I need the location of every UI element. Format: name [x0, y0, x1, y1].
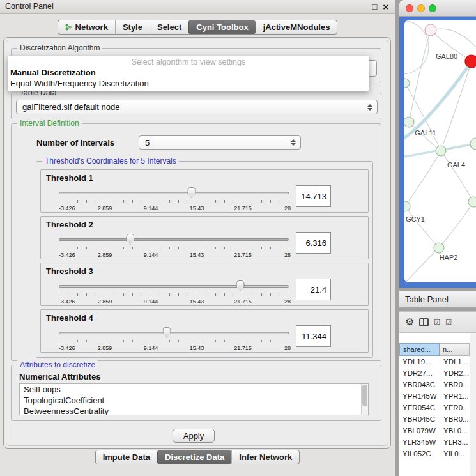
- slider-ticks: [59, 293, 289, 298]
- tab-discretize-data[interactable]: Discretize Data: [157, 450, 231, 464]
- num-intervals-label: Number of Intervals: [36, 138, 114, 148]
- threshold-label: Threshold 2: [46, 220, 93, 229]
- tab-style[interactable]: Style: [115, 20, 150, 34]
- threshold-blocks: Threshold 1-3.4262.8599.14415.4321.71528…: [40, 169, 369, 356]
- network-node[interactable]: [468, 197, 476, 207]
- select-all-icon[interactable]: ☑: [434, 319, 440, 326]
- group-title: Threshold's Coordinates for 5 Intervals: [42, 157, 179, 165]
- network-node[interactable]: [404, 79, 410, 88]
- threshold-slider[interactable]: [59, 328, 289, 339]
- table-cell: YPR145W: [399, 392, 440, 400]
- algorithm-option[interactable]: Equal Width/Frequency Discretization: [8, 78, 369, 89]
- screen: Control Panel □ × NetworkStyleSelectCyni…: [0, 0, 476, 476]
- slider-scale-labels: -3.4262.8599.14415.4321.71528: [59, 252, 289, 259]
- select-all-icon[interactable]: ☑: [445, 319, 452, 326]
- attribute-list-item[interactable]: TopologicalCoefficient: [20, 395, 368, 406]
- combobox-stepper-icon[interactable]: [367, 100, 373, 114]
- table-row[interactable]: YDR27...YDR2...: [399, 367, 470, 379]
- tab-infer-network[interactable]: Infer Network: [231, 450, 299, 464]
- slider-track[interactable]: [59, 285, 289, 288]
- slider-scale-labels: -3.4262.8599.14415.4321.71528: [59, 298, 289, 305]
- close-icon[interactable]: ×: [383, 1, 388, 13]
- network-node[interactable]: [404, 201, 410, 211]
- slider-thumb[interactable]: [163, 327, 171, 338]
- column-header[interactable]: shared...: [399, 343, 440, 356]
- group-title: Interval Definition: [17, 119, 82, 128]
- network-node-label: GAL80: [436, 52, 457, 60]
- float-window-icon[interactable]: □: [372, 1, 377, 13]
- spinner-stepper-icon[interactable]: [291, 136, 296, 149]
- threshold-slider[interactable]: [59, 281, 289, 293]
- table-data-combobox[interactable]: galFiltered.sif default node: [16, 100, 378, 114]
- network-view-window: GAL80GAL11GAL4GCY1HAP2: [399, 0, 476, 288]
- network-node[interactable]: [425, 24, 436, 36]
- slider-track[interactable]: [59, 192, 289, 194]
- table-cell: YBR0...: [440, 415, 470, 423]
- table-scrollbar[interactable]: [470, 333, 476, 476]
- scrollbar-thumb[interactable]: [362, 385, 367, 406]
- table-row[interactable]: YDL19...YDL1...: [399, 356, 470, 367]
- attribute-list-item[interactable]: SelfLoops: [20, 384, 368, 395]
- num-intervals-spinner[interactable]: 5: [139, 135, 301, 150]
- table-cell: YIL052C: [399, 450, 440, 457]
- minimize-traffic-light-icon[interactable]: [417, 4, 425, 12]
- tab-impute-data[interactable]: Impute Data: [96, 450, 157, 464]
- slider-thumb[interactable]: [187, 187, 196, 198]
- table-row[interactable]: YIL052CYIL0...: [399, 448, 470, 459]
- network-canvas[interactable]: GAL80GAL11GAL4GCY1HAP2: [404, 20, 476, 282]
- table-row[interactable]: YER054CYER0...: [399, 402, 470, 413]
- slider-track[interactable]: [59, 238, 289, 241]
- gear-icon[interactable]: ⚙: [405, 317, 414, 327]
- threshold-value-input[interactable]: 11.344: [296, 325, 331, 347]
- slider-thumb[interactable]: [236, 280, 245, 291]
- table-cell: YDL19...: [399, 358, 440, 365]
- apply-button[interactable]: Apply: [173, 429, 215, 443]
- table-panel-title: Table Panel: [405, 295, 449, 304]
- network-node[interactable]: [404, 117, 414, 127]
- tab-select[interactable]: Select: [150, 20, 188, 34]
- threshold-value-input[interactable]: 14.713: [296, 185, 331, 207]
- network-node[interactable]: [434, 243, 444, 253]
- threshold-slider[interactable]: [59, 188, 289, 199]
- columns-icon[interactable]: [419, 318, 429, 326]
- zoom-traffic-light-icon[interactable]: [429, 4, 436, 12]
- numerical-attributes-label: Numerical Attributes: [19, 372, 100, 381]
- table-row[interactable]: YBR043CYBR0...: [399, 379, 470, 390]
- column-header[interactable]: n...: [440, 343, 470, 356]
- network-window-titlebar: [399, 0, 476, 17]
- threshold-block-4: Threshold 4-3.4262.8599.14415.4321.71528…: [40, 309, 369, 353]
- table-row[interactable]: YBR045CYBR0...: [399, 413, 470, 425]
- network-node[interactable]: [470, 138, 476, 150]
- table-cell: YIL0...: [440, 450, 470, 457]
- network-node[interactable]: [436, 146, 446, 156]
- tab-network[interactable]: Network: [58, 20, 115, 34]
- threshold-value-input[interactable]: 21.4: [296, 279, 331, 300]
- network-node[interactable]: [465, 55, 476, 68]
- tab-jactivemnodules[interactable]: jActiveMNodules: [256, 20, 337, 34]
- attribute-list-item[interactable]: BetweennessCentrality: [20, 406, 368, 415]
- slider-thumb[interactable]: [126, 234, 134, 245]
- network-node-label: HAP2: [440, 254, 458, 261]
- slider-track[interactable]: [59, 332, 289, 334]
- numerical-attributes-list[interactable]: SelfLoopsTopologicalCoefficientBetweenne…: [19, 383, 369, 415]
- tab-cyni-toolbox[interactable]: Cyni Toolbox: [188, 20, 255, 34]
- slider-ticks: [59, 200, 289, 205]
- table-cell: YER0...: [440, 404, 470, 411]
- bottom-tabbar: Impute DataDiscretize DataInfer Network: [95, 450, 300, 464]
- table-row[interactable]: YLR345WYLR3...: [399, 436, 470, 448]
- table-cell: YLR3...: [440, 438, 470, 446]
- algorithm-option[interactable]: Manual Discretization: [8, 67, 369, 78]
- threshold-value-input[interactable]: 6.316: [296, 232, 331, 254]
- list-scrollbar[interactable]: [361, 384, 368, 415]
- top-tabbar: NetworkStyleSelectCyni ToolboxjActiveMNo…: [58, 20, 338, 35]
- close-traffic-light-icon[interactable]: [406, 4, 413, 12]
- threshold-slider[interactable]: [59, 234, 289, 246]
- table-row[interactable]: YPR145WYPR1...: [399, 390, 470, 402]
- network-node-label: GAL11: [415, 129, 436, 137]
- network-graph[interactable]: GAL80GAL11GAL4GCY1HAP2: [404, 20, 476, 282]
- bottom-tabbar-row: Impute DataDiscretize DataInfer Network: [0, 450, 395, 464]
- attributes-group: Attributes to discretize Numerical Attri…: [11, 365, 381, 421]
- table-rows: YDL19...YDL1...YDR27...YDR2...YBR043CYBR…: [399, 356, 470, 476]
- table-header-row: shared...n...: [399, 343, 470, 356]
- table-row[interactable]: YBL079WYBL0...: [399, 425, 470, 436]
